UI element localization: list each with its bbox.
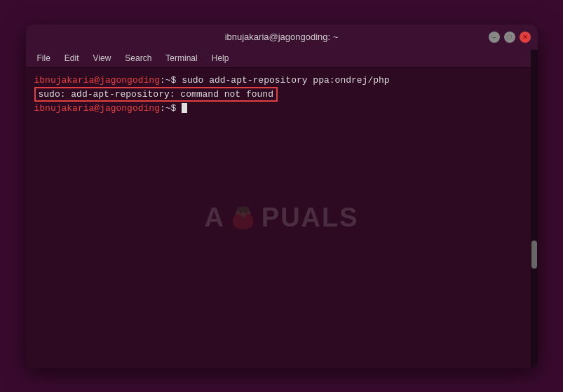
terminal-line-3: ibnujakaria@jagongoding:~$ (34, 103, 529, 114)
terminal-body[interactable]: ibnujakaria@jagongoding:~$ sudo add-apt-… (26, 68, 538, 368)
terminal-line-1: ibnujakaria@jagongoding:~$ sudo add-apt-… (34, 75, 529, 86)
prompt-1: ibnujakaria@jagongoding (34, 75, 160, 86)
watermark-text-2: PUALS (262, 203, 359, 233)
svg-point-5 (243, 214, 254, 229)
window-title: ibnujakaria@jagongoding: ~ (225, 32, 339, 42)
menu-terminal[interactable]: Terminal (160, 52, 203, 65)
menu-help[interactable]: Help (206, 52, 235, 65)
terminal-line-2: sudo: add-apt-repository: command not fo… (34, 86, 529, 103)
terminal-window: ibnujakaria@jagongoding: ~ – □ ✕ File Ed… (26, 25, 538, 368)
prompt-3: ibnujakaria@jagongoding (34, 103, 160, 114)
maximize-button[interactable]: □ (504, 32, 515, 43)
titlebar: ibnujakaria@jagongoding: ~ – □ ✕ (26, 25, 538, 50)
svg-point-2 (245, 211, 247, 213)
svg-rect-3 (237, 206, 250, 211)
watermark: A PUALS (204, 203, 358, 234)
close-button[interactable]: ✕ (520, 32, 531, 43)
menubar: File Edit View Search Terminal Help (26, 50, 538, 68)
watermark-icon (228, 203, 259, 234)
menu-search[interactable]: Search (119, 52, 157, 65)
svg-point-1 (240, 211, 242, 213)
minimize-button[interactable]: – (489, 32, 500, 43)
svg-point-4 (233, 214, 243, 229)
svg-rect-6 (239, 219, 247, 229)
prompt-suffix-1: :~$ sudo add-apt-repository ppa:ondrej/p… (160, 75, 390, 86)
menu-view[interactable]: View (88, 52, 117, 65)
menu-file[interactable]: File (32, 52, 56, 65)
watermark-text: A (204, 203, 224, 233)
prompt-suffix-3: :~$ (160, 103, 182, 114)
error-message: sudo: add-apt-repository: command not fo… (34, 87, 278, 102)
window-controls: – □ ✕ (489, 32, 531, 43)
scrollbar[interactable] (531, 50, 538, 368)
menu-edit[interactable]: Edit (59, 52, 85, 65)
svg-point-0 (236, 206, 251, 221)
scrollbar-thumb[interactable] (531, 241, 537, 269)
cursor (182, 103, 187, 113)
